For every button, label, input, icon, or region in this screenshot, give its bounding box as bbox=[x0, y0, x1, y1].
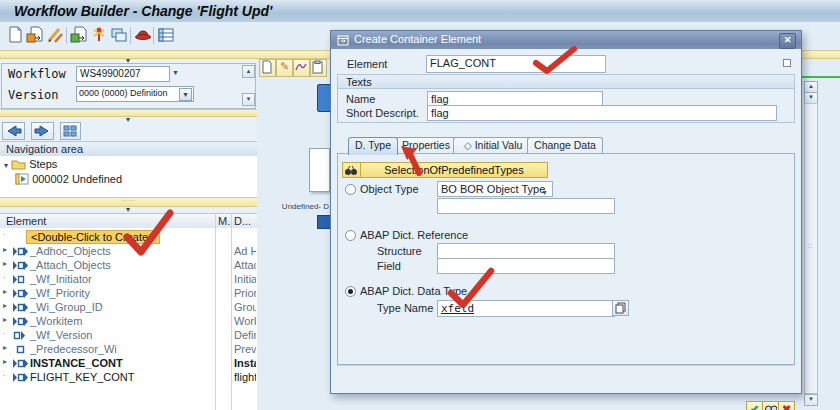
abap-dict-data-type-label: ABAP Dict. Data Type bbox=[360, 285, 467, 297]
column-divider bbox=[231, 213, 232, 410]
create-form-icon[interactable] bbox=[26, 26, 46, 46]
expander-icon[interactable]: ▾ bbox=[4, 161, 8, 170]
version-select[interactable]: 0000 (0000) Definition ▼ bbox=[76, 86, 194, 102]
container-element-icon bbox=[13, 345, 28, 354]
tab-d-type[interactable]: D. Type bbox=[348, 137, 398, 155]
row-expander-icon[interactable]: ▸ bbox=[3, 357, 12, 366]
check-entry-button[interactable] bbox=[762, 401, 779, 410]
container-element-icon bbox=[13, 373, 28, 382]
texts-group-header: Texts bbox=[338, 75, 794, 89]
element-row[interactable]: · FLIGHT_KEY_CONT flight bbox=[0, 371, 257, 385]
row-marker: · bbox=[3, 371, 12, 380]
toolbar-separator bbox=[130, 27, 131, 44]
element-field-label: Element bbox=[347, 58, 387, 70]
element-row[interactable]: ▸ _Predecessor_Wi Previ bbox=[0, 343, 257, 357]
tree-node-steps[interactable]: ▾ Steps bbox=[4, 158, 57, 172]
element-row[interactable]: ▸ INSTANCE_CONT Insta bbox=[0, 357, 257, 371]
element-row[interactable]: ▸ _Wf_Priority Priori bbox=[0, 287, 257, 301]
structure-input[interactable] bbox=[437, 243, 615, 259]
object-type-input[interactable] bbox=[437, 198, 615, 214]
scroll-down-button[interactable]: ▼ bbox=[242, 93, 255, 106]
abap-dict-reference-label: ABAP Dict. Reference bbox=[360, 229, 468, 241]
new-page-icon[interactable] bbox=[6, 26, 26, 46]
copy-icon[interactable] bbox=[70, 26, 90, 46]
frames-icon[interactable] bbox=[110, 26, 130, 46]
predefined-types-button[interactable]: SelectionOfPredefinedTypes bbox=[360, 162, 548, 178]
pencil-icon[interactable]: ✎ bbox=[276, 59, 293, 77]
object-type-label: Object Type bbox=[360, 183, 419, 195]
insert-icon[interactable] bbox=[259, 59, 276, 77]
element-input[interactable]: FLAG_CONT bbox=[426, 55, 606, 73]
tab-content: SelectionOfPredefinedTypes Object Type B… bbox=[337, 153, 795, 365]
forward-menu-icon[interactable]: · bbox=[54, 130, 56, 136]
overview-button[interactable] bbox=[60, 122, 81, 140]
row-expander-icon[interactable]: ▸ bbox=[3, 259, 12, 268]
element-row[interactable]: ▸ _Adhoc_Objects Ad H bbox=[0, 245, 257, 259]
binary-toggle-icon[interactable] bbox=[783, 59, 791, 67]
element-row[interactable]: ▸ _Workitem Work bbox=[0, 315, 257, 329]
tab-initial-value[interactable]: ◇ Initial Valu bbox=[453, 137, 533, 154]
dialog-close-icon[interactable]: ✕ bbox=[779, 33, 796, 49]
forward-button[interactable] bbox=[31, 122, 54, 140]
element-row[interactable]: · _Wf_Version Defin bbox=[0, 329, 257, 343]
tab-properties[interactable]: Properties bbox=[395, 137, 457, 154]
column-d[interactable]: D... bbox=[234, 215, 251, 227]
diamond-icon: ◇ bbox=[464, 139, 472, 151]
workflow-history-icon[interactable]: ▼ bbox=[172, 69, 179, 76]
scrollbar-grip-icon: ∷ bbox=[808, 242, 812, 249]
collapse-handle-icon[interactable]: ▾ bbox=[120, 116, 136, 123]
cancel-button[interactable]: ✖ bbox=[778, 401, 795, 410]
column-element[interactable]: Element bbox=[6, 215, 46, 227]
abap-dict-data-type-radio[interactable] bbox=[345, 286, 356, 297]
signature-icon[interactable] bbox=[293, 59, 310, 77]
dialog-titlebar[interactable]: Create Container Element ✕ bbox=[331, 31, 801, 49]
element-row[interactable]: ▸ _Attach_Objects Attac bbox=[0, 259, 257, 273]
field-label: Field bbox=[377, 260, 401, 272]
scroll-up-button[interactable]: ▲ bbox=[242, 65, 255, 78]
canvas-scroll-down[interactable]: ▼ bbox=[804, 394, 818, 406]
row-expander-icon[interactable]: ▸ bbox=[3, 315, 12, 324]
column-m[interactable]: M. bbox=[218, 215, 230, 227]
element-row-create[interactable]: · <Double-Click to Create> bbox=[0, 230, 257, 244]
canvas-top-border bbox=[800, 76, 840, 78]
search-binoculars-icon[interactable] bbox=[342, 162, 361, 178]
element-row[interactable]: ▸ _Wi_Group_ID Group bbox=[0, 301, 257, 315]
value-help-icon[interactable] bbox=[612, 300, 629, 316]
canvas-toolbar: ✎ bbox=[259, 58, 331, 76]
double-click-to-create[interactable]: <Double-Click to Create> bbox=[26, 230, 160, 244]
version-dropdown-icon[interactable]: ▼ bbox=[179, 88, 192, 101]
row-expander-icon[interactable]: ▸ bbox=[3, 343, 12, 352]
dialog-title: Create Container Element bbox=[354, 33, 481, 45]
version-label: Version bbox=[8, 88, 59, 102]
folder-icon bbox=[11, 158, 26, 170]
container-element-icon bbox=[13, 261, 28, 270]
workflow-input[interactable]: WS49900207 bbox=[76, 66, 170, 82]
short-desc-input[interactable]: flag bbox=[427, 105, 777, 121]
tree-node-step1[interactable]: · 000002 Undefined bbox=[10, 173, 122, 187]
row-expander-icon[interactable]: ▸ bbox=[3, 287, 12, 296]
workflow-builder-window: Workflow Builder - Change 'Flight Upd' ▾… bbox=[0, 0, 840, 410]
row-expander-icon[interactable]: ▸ bbox=[3, 301, 12, 310]
workflow-step-node[interactable] bbox=[309, 148, 330, 192]
row-expander-icon[interactable]: ▸ bbox=[3, 245, 12, 254]
clipboard-icon[interactable] bbox=[310, 59, 327, 77]
canvas-scrollbar-track[interactable]: ∷ bbox=[804, 103, 818, 394]
back-button[interactable] bbox=[2, 122, 25, 140]
bullet-icon: · bbox=[10, 178, 12, 184]
change-pencils-icon[interactable] bbox=[46, 26, 66, 46]
object-type-dropdown[interactable]: BO BOR Object Type ▼ bbox=[437, 181, 553, 197]
table-view-icon[interactable] bbox=[157, 26, 177, 46]
object-type-radio[interactable] bbox=[345, 184, 356, 195]
tab-change-data[interactable]: Change Data bbox=[527, 137, 603, 154]
container-element-icon bbox=[13, 331, 28, 340]
test-sparkler-icon[interactable] bbox=[90, 26, 110, 46]
abap-dict-reference-radio[interactable] bbox=[345, 230, 356, 241]
collapse-handle-icon[interactable]: ▾ bbox=[120, 206, 136, 213]
type-name-input[interactable]: xfeld bbox=[437, 300, 615, 317]
confirm-button[interactable]: ✔ bbox=[746, 401, 763, 410]
container-element-icon bbox=[13, 275, 28, 284]
back-menu-icon[interactable]: · bbox=[25, 130, 27, 136]
field-input[interactable] bbox=[437, 258, 615, 274]
hat-icon[interactable] bbox=[134, 26, 154, 46]
element-row[interactable]: · _Wf_Initiator Initia bbox=[0, 273, 257, 287]
